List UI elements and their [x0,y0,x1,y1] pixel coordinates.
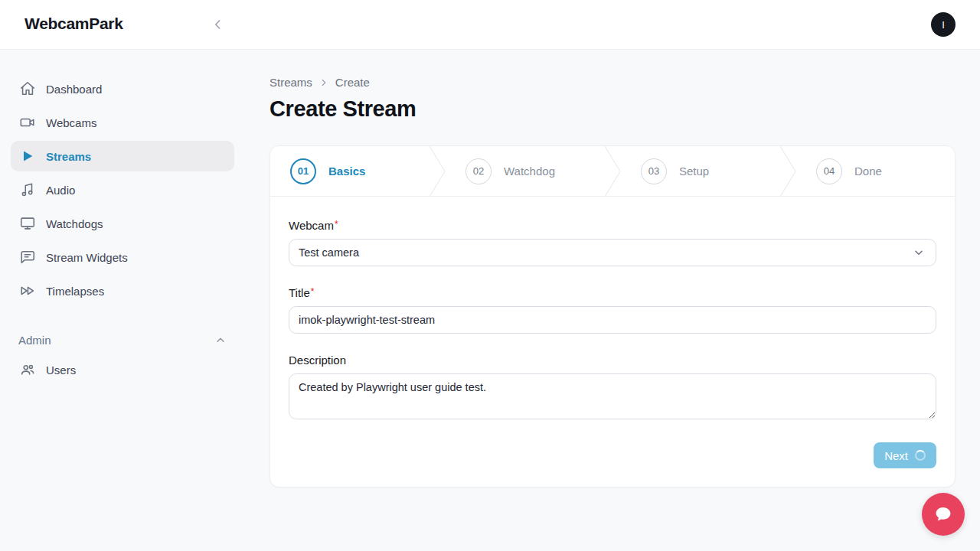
step-label: Setup [679,165,709,178]
step-setup[interactable]: 03 Setup [621,146,779,196]
sidebar-item-label: Users [46,364,76,377]
admin-section-label: Admin [18,334,51,347]
webcam-label: Webcam* [289,219,936,232]
breadcrumb-streams[interactable]: Streams [270,76,312,89]
video-camera-icon [18,113,37,132]
step-basics[interactable]: 01 Basics [270,146,429,196]
sidebar-collapse-button[interactable] [210,16,227,33]
step-separator-icon [779,146,796,197]
webcam-label-text: Webcam [289,219,334,232]
sidebar: Dashboard Webcams Streams Audio Watchdog… [0,50,245,551]
step-number: 04 [816,158,842,184]
sidebar-item-label: Watchdogs [46,217,103,230]
webcam-field-group: Webcam* Test camera [289,219,936,266]
title-label: Title* [289,286,936,299]
required-asterisk: * [335,219,338,230]
next-button[interactable]: Next [874,442,936,468]
loading-spinner-icon [915,450,926,461]
title-label-text: Title [289,286,310,299]
fast-forward-icon [18,282,37,300]
title-input[interactable] [289,306,936,334]
sidebar-item-webcams[interactable]: Webcams [11,107,234,138]
avatar-initial: I [942,19,945,31]
required-asterisk: * [311,286,315,297]
step-number: 01 [290,158,316,184]
sidebar-item-watchdogs[interactable]: Watchdogs [11,208,234,239]
sidebar-item-timelapses[interactable]: Timelapses [11,276,234,306]
title-field-group: Title* [289,286,936,334]
wizard-steps: 01 Basics 02 Watchdog 03 Setup 04 [270,146,955,197]
breadcrumb-create: Create [335,76,370,89]
create-stream-card: 01 Basics 02 Watchdog 03 Setup 04 [270,145,956,487]
chevron-up-icon [214,334,227,347]
play-icon [18,147,37,165]
home-icon [18,80,37,98]
webcam-select-value: Test camera [299,246,359,259]
sidebar-item-label: Dashboard [46,83,102,96]
main-content: Streams Create Create Stream 01 Basics 0… [270,50,956,487]
step-label: Done [854,165,882,178]
sidebar-item-label: Webcams [46,116,96,129]
chevron-right-icon [318,77,329,88]
step-number: 03 [641,158,667,184]
sidebar-item-dashboard[interactable]: Dashboard [11,73,234,104]
breadcrumb: Streams Create [270,76,956,89]
step-label: Basics [328,165,365,178]
users-icon [18,360,37,379]
app-header: WebcamPark I [0,0,980,50]
sidebar-item-label: Audio [46,184,75,197]
description-field-group: Description Created by Playwright user g… [289,354,936,422]
description-label: Description [289,354,936,367]
chat-bubble-icon [933,504,954,525]
description-textarea[interactable]: Created by Playwright user guide test. [289,373,936,419]
webcam-select[interactable]: Test camera [289,239,936,266]
message-icon [18,248,37,266]
app-logo[interactable]: WebcamPark [24,15,123,33]
user-avatar[interactable]: I [931,12,956,37]
monitor-icon [18,214,37,233]
sidebar-item-audio[interactable]: Audio [11,174,234,205]
step-watchdog[interactable]: 02 Watchdog [446,146,604,196]
step-done[interactable]: 04 Done [796,146,955,196]
form-actions: Next [289,442,936,468]
step-label: Watchdog [504,165,555,178]
basics-form: Webcam* Test camera Title* Description C… [270,197,955,487]
chevron-left-icon [211,17,226,32]
sidebar-item-label: Stream Widgets [46,251,128,264]
sidebar-item-stream-widgets[interactable]: Stream Widgets [11,242,234,272]
step-separator-icon [429,146,446,197]
chat-widget-button[interactable] [922,493,965,536]
page-title: Create Stream [270,96,956,122]
step-separator-icon [604,146,621,197]
sidebar-item-users[interactable]: Users [11,354,234,385]
sidebar-item-label: Timelapses [46,285,104,298]
sidebar-item-streams[interactable]: Streams [11,141,234,171]
sidebar-item-label: Streams [46,150,91,163]
next-button-label: Next [884,449,908,462]
music-note-icon [18,181,37,199]
step-number: 02 [466,158,492,184]
sidebar-section-admin[interactable]: Admin [18,334,227,347]
chevron-down-icon [913,246,925,259]
